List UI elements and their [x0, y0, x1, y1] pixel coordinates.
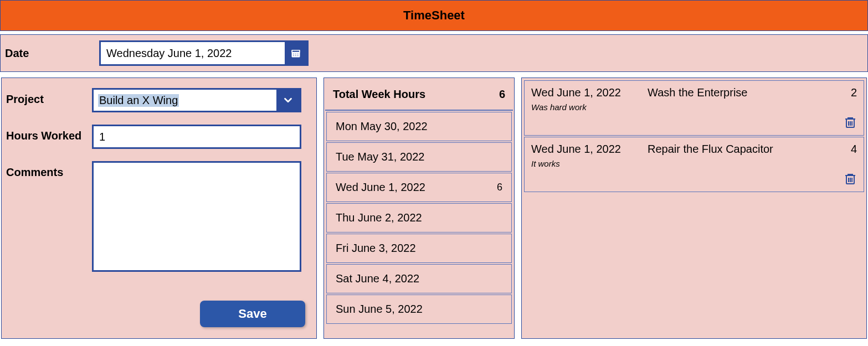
project-select[interactable]: Build an X Wing: [92, 88, 301, 112]
week-total-value: 6: [499, 88, 505, 101]
date-bar: Date Wednesday June 1, 2022: [0, 34, 868, 72]
week-total-label: Total Week Hours: [333, 88, 425, 101]
entry-date: Wed June 1, 2022: [531, 143, 648, 156]
week-panel: Total Week Hours 6 Mon May 30, 2022 Tue …: [323, 78, 515, 339]
project-dropdown-button[interactable]: [276, 90, 300, 111]
entry-project: Repair the Flux Capacitor: [648, 143, 840, 156]
week-total-row: Total Week Hours 6: [325, 79, 513, 111]
day-label: Mon May 30, 2022: [336, 120, 428, 133]
date-value: Wednesday June 1, 2022: [101, 42, 285, 64]
day-label: Fri June 3, 2022: [336, 242, 416, 255]
day-row[interactable]: Sat June 4, 2022: [326, 264, 512, 293]
project-value: Build an X Wing: [94, 90, 276, 111]
day-row[interactable]: Thu June 2, 2022: [326, 203, 512, 233]
calendar-icon: [291, 48, 301, 58]
day-hours: 6: [497, 182, 502, 193]
day-row[interactable]: Mon May 30, 2022: [326, 112, 512, 141]
chevron-down-icon: [282, 94, 294, 106]
entry-comment: It works: [531, 159, 857, 168]
day-label: Tue May 31, 2022: [336, 151, 424, 163]
calendar-button[interactable]: [285, 42, 307, 64]
day-row[interactable]: Wed June 1, 2022 6: [326, 173, 512, 202]
day-row[interactable]: Sun June 5, 2022: [326, 295, 512, 324]
delete-entry-button[interactable]: [844, 115, 857, 130]
day-row[interactable]: Tue May 31, 2022: [326, 142, 512, 172]
date-label: Date: [5, 47, 88, 60]
entry-date: Wed June 1, 2022: [531, 86, 648, 99]
entry-row: Wed June 1, 2022 Wash the Enterprise 2 W…: [524, 80, 864, 136]
delete-entry-button[interactable]: [844, 172, 857, 186]
save-button[interactable]: Save: [200, 301, 305, 327]
day-row[interactable]: Fri June 3, 2022: [326, 234, 512, 263]
entry-hours: 2: [840, 86, 857, 99]
hours-input[interactable]: [92, 125, 301, 149]
trash-icon: [844, 172, 857, 186]
comments-input[interactable]: [92, 161, 301, 272]
day-label: Wed June 1, 2022: [336, 181, 425, 194]
comments-label: Comments: [6, 161, 92, 179]
day-label: Thu June 2, 2022: [336, 211, 422, 224]
day-label: Sun June 5, 2022: [336, 303, 423, 316]
app-header: TimeSheet: [0, 0, 868, 31]
date-input[interactable]: Wednesday June 1, 2022: [99, 40, 309, 66]
entry-hours: 4: [840, 143, 857, 156]
hours-label: Hours Worked: [6, 125, 92, 142]
trash-icon: [844, 115, 857, 130]
entry-row: Wed June 1, 2022 Repair the Flux Capacit…: [524, 137, 864, 192]
form-panel: Project Build an X Wing Hours Worked Com…: [1, 78, 317, 339]
app-title: TimeSheet: [403, 8, 465, 22]
entry-project: Wash the Enterprise: [648, 86, 840, 99]
day-label: Sat June 4, 2022: [336, 272, 419, 285]
entry-comment: Was hard work: [531, 102, 857, 112]
svg-rect-1: [292, 50, 300, 53]
entries-panel: Wed June 1, 2022 Wash the Enterprise 2 W…: [521, 78, 867, 339]
project-label: Project: [6, 88, 92, 106]
